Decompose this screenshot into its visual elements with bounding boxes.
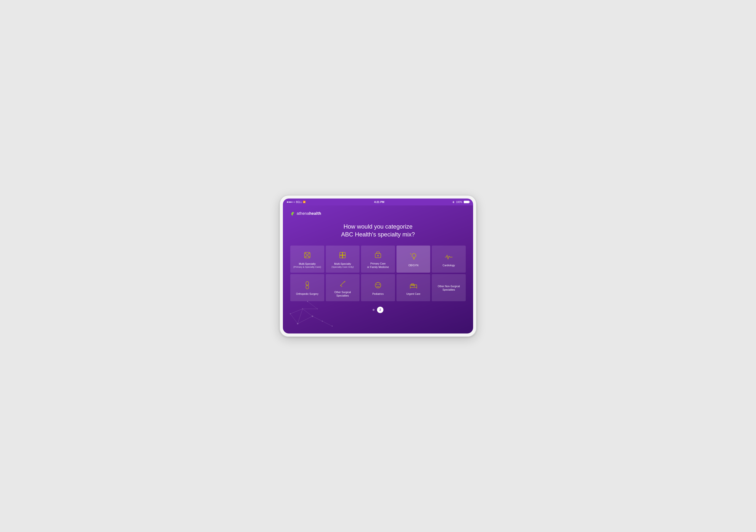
status-time: 4:21 PM bbox=[374, 200, 384, 203]
battery-bar bbox=[464, 201, 469, 203]
option-pediatrics[interactable]: Pediatrics bbox=[361, 274, 395, 301]
question-section: How would you categorize ABC Health's sp… bbox=[290, 223, 466, 239]
pediatrics-label: Pediatrics bbox=[372, 292, 384, 296]
page-number: 2 bbox=[379, 308, 381, 311]
pagination: 2 bbox=[290, 306, 466, 313]
svg-point-4 bbox=[332, 326, 333, 327]
svg-point-1 bbox=[312, 315, 313, 317]
question-title: How would you categorize ABC Health's sp… bbox=[290, 223, 466, 239]
svg-point-31 bbox=[412, 254, 416, 257]
svg-point-36 bbox=[306, 281, 309, 285]
svg-point-3 bbox=[322, 321, 323, 322]
battery-indicator bbox=[464, 201, 469, 203]
signal-dots bbox=[287, 201, 295, 203]
signal-dot-2 bbox=[288, 201, 290, 203]
other-surgical-icon bbox=[338, 279, 347, 288]
multi-specialty-primary-icon bbox=[303, 251, 312, 260]
option-orthopedic[interactable]: Orthopedic Surgery bbox=[290, 274, 324, 301]
svg-point-19 bbox=[308, 253, 309, 254]
orthopedic-label: Orthopedic Surgery bbox=[296, 292, 318, 296]
signal-dot-5 bbox=[294, 201, 295, 203]
wifi-icon: 📶 bbox=[303, 201, 306, 203]
svg-line-12 bbox=[322, 321, 332, 326]
page-dot-1[interactable] bbox=[373, 309, 375, 311]
option-obgyn[interactable]: OB/GYN bbox=[396, 246, 430, 273]
bluetooth-icon: Ƀ bbox=[453, 201, 454, 203]
status-right: Ƀ 100% bbox=[453, 201, 469, 203]
question-line1: How would you categorize bbox=[343, 223, 413, 230]
option-primary-care[interactable]: Primary Careor Family Medicine bbox=[361, 246, 395, 273]
logo-text: athenahealth bbox=[297, 211, 321, 216]
svg-point-18 bbox=[305, 253, 306, 254]
svg-point-41 bbox=[375, 282, 381, 288]
svg-rect-24 bbox=[340, 255, 342, 258]
signal-dot-4 bbox=[292, 201, 293, 203]
svg-rect-22 bbox=[340, 252, 342, 255]
battery-label: 100% bbox=[456, 201, 462, 203]
logo-bold: health bbox=[309, 211, 321, 216]
obgyn-icon bbox=[409, 252, 418, 261]
svg-line-39 bbox=[340, 282, 344, 286]
svg-point-42 bbox=[376, 284, 377, 285]
pediatrics-icon bbox=[373, 280, 383, 290]
primary-care-label: Primary Careor Family Medicine bbox=[367, 262, 389, 269]
orthopedic-icon bbox=[303, 280, 312, 290]
other-surgical-label: Other Surgical Specialties bbox=[328, 291, 357, 297]
cardiology-icon bbox=[444, 252, 453, 261]
option-other-surgical[interactable]: Other Surgical Specialties bbox=[326, 274, 360, 301]
svg-point-43 bbox=[379, 284, 380, 285]
options-row-2: Orthopedic Surgery Other Surgical Specia… bbox=[290, 274, 466, 301]
logo-area: athenahealth bbox=[290, 211, 466, 216]
svg-point-20 bbox=[305, 256, 306, 257]
svg-point-21 bbox=[308, 256, 309, 257]
option-multi-specialty-primary[interactable]: Multi-Specialty (Primary & Specialty Car… bbox=[290, 246, 324, 273]
svg-line-8 bbox=[298, 316, 312, 324]
multi-specialty-only-label: Multi-Specialty (Specialty Care Only) bbox=[332, 262, 354, 269]
multi-specialty-only-icon bbox=[338, 251, 347, 260]
carrier-label: BELL bbox=[296, 201, 302, 203]
svg-line-10 bbox=[312, 316, 322, 321]
svg-point-5 bbox=[290, 313, 291, 314]
urgent-care-icon bbox=[409, 280, 418, 290]
other-nonsurgical-label: Other Non-Surgical Specialties bbox=[434, 285, 463, 291]
svg-line-40 bbox=[341, 285, 342, 287]
option-other-nonsurgical[interactable]: Other Non-Surgical Specialties bbox=[432, 274, 466, 301]
svg-line-15 bbox=[290, 314, 298, 324]
logo-plain: athena bbox=[297, 211, 309, 216]
signal-dot-1 bbox=[287, 201, 288, 203]
obgyn-label: OB/GYN bbox=[408, 264, 418, 267]
urgent-care-label: Urgent Care bbox=[406, 292, 420, 296]
option-urgent-care[interactable]: Urgent Care bbox=[396, 274, 430, 301]
svg-line-35 bbox=[410, 253, 411, 254]
multi-specialty-primary-label: Multi-Specialty (Primary & Specialty Car… bbox=[293, 262, 321, 269]
cardiology-label: Cardiology bbox=[443, 264, 455, 267]
page-dot-2[interactable]: 2 bbox=[377, 306, 383, 313]
tablet-frame: BELL 📶 4:21 PM Ƀ 100% bbox=[280, 195, 476, 337]
svg-rect-25 bbox=[343, 255, 345, 258]
logo-leaf-icon bbox=[290, 211, 295, 216]
svg-point-0 bbox=[297, 323, 298, 324]
status-bar: BELL 📶 4:21 PM Ƀ 100% bbox=[283, 199, 473, 205]
battery-fill bbox=[464, 201, 469, 203]
signal-dot-3 bbox=[290, 201, 291, 203]
tablet-screen: BELL 📶 4:21 PM Ƀ 100% bbox=[283, 199, 473, 333]
option-multi-specialty-only[interactable]: Multi-Specialty (Specialty Care Only) bbox=[326, 246, 360, 273]
status-left: BELL 📶 bbox=[287, 201, 306, 203]
option-cardiology[interactable]: Cardiology bbox=[432, 246, 466, 273]
primary-care-icon bbox=[373, 250, 383, 260]
svg-rect-23 bbox=[343, 252, 345, 255]
question-line2: ABC Health's specialty mix? bbox=[341, 231, 415, 238]
app-content: athenahealth How would you categorize AB… bbox=[283, 205, 473, 333]
options-row-1: Multi-Specialty (Primary & Specialty Car… bbox=[290, 246, 466, 273]
side-button bbox=[476, 225, 477, 234]
